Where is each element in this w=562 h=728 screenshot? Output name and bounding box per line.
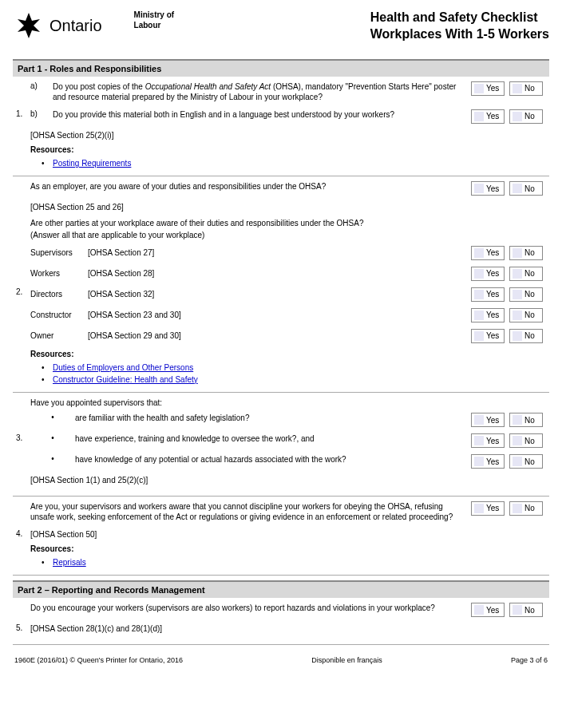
q3-1-no-checkbox[interactable]: No	[509, 413, 543, 427]
ontario-logo: Ontario	[13, 10, 102, 42]
q1b-yes-checkbox[interactable]: Yes	[471, 109, 505, 124]
footer-page-number: Page 3 of 6	[511, 656, 548, 664]
q4-yes-checkbox[interactable]: Yes	[471, 501, 505, 516]
workers-yes-checkbox[interactable]: Yes	[471, 267, 505, 281]
q1-number: 1.	[13, 109, 30, 118]
q2-resources-label: Resources:	[30, 350, 543, 358]
question-4: Are you, your supervisors and workers aw…	[13, 497, 549, 576]
q5-number: 5.	[13, 623, 30, 632]
role-supervisors: Supervisors	[30, 248, 88, 257]
q1-resources-label: Resources:	[30, 145, 543, 154]
directors-no-checkbox[interactable]: No	[509, 287, 543, 302]
q1b-letter: b)	[30, 109, 53, 118]
posting-requirements-link[interactable]: Posting Requirements	[53, 159, 131, 168]
q5-ref: [OHSA Section 28(1)(c) and 28(1)(d)]	[30, 623, 543, 635]
q3-item-3: have knowledge of any potential or actua…	[75, 454, 471, 465]
supervisors-yes-checkbox[interactable]: Yes	[471, 246, 505, 260]
ministry-name: Ministry of Labour	[134, 10, 175, 30]
question-1: a) Do you post copies of the Occupationa…	[13, 77, 549, 177]
page-header: Ontario Ministry of Labour Health and Sa…	[13, 10, 549, 43]
q1-ref: [OHSA Section 25(2)(i)]	[30, 130, 543, 141]
q3-1-yes-checkbox[interactable]: Yes	[471, 413, 505, 427]
constructor-guideline-link[interactable]: Constructor Guideline: Health and Safety	[53, 375, 198, 384]
part2-heading: Part 2 – Reporting and Records Managemen…	[13, 580, 549, 598]
q2-other-intro1: Are other parties at your workplace awar…	[30, 218, 543, 229]
workers-no-checkbox[interactable]: No	[509, 267, 543, 281]
question-3: Have you appointed supervisors that: • a…	[13, 393, 549, 497]
question-5: Do you encourage your workers (superviso…	[13, 598, 549, 645]
q3-2-yes-checkbox[interactable]: Yes	[471, 433, 505, 448]
q2-number: 2.	[13, 287, 30, 296]
role-constructor: Constructor	[30, 311, 88, 319]
q4-text: Are you, your supervisors and workers aw…	[30, 501, 471, 523]
q3-3-yes-checkbox[interactable]: Yes	[471, 454, 505, 469]
owner-yes-checkbox[interactable]: Yes	[471, 329, 505, 343]
q1a-letter: a)	[30, 81, 53, 90]
q3-number: 3.	[13, 433, 30, 442]
duties-link[interactable]: Duties of Employers and Other Persons	[53, 363, 193, 372]
q3-intro: Have you appointed supervisors that:	[30, 398, 543, 409]
q3-item-2: have experience, training and knowledge …	[75, 433, 471, 445]
question-2: As an employer, are you aware of your du…	[13, 176, 549, 393]
document-title: Health and Safety Checklist Workplaces W…	[370, 10, 549, 43]
owner-no-checkbox[interactable]: No	[509, 329, 543, 343]
footer-form-id: 1960E (2016/01) © Queen's Printer for On…	[14, 656, 183, 664]
footer-language: Disponible en français	[311, 656, 382, 664]
q5-yes-checkbox[interactable]: Yes	[471, 603, 505, 617]
q3-3-no-checkbox[interactable]: No	[509, 454, 543, 469]
directors-yes-checkbox[interactable]: Yes	[471, 287, 505, 302]
q2-intro-yes-checkbox[interactable]: Yes	[471, 181, 505, 196]
q1b-text: Do you provide this material both in Eng…	[53, 109, 471, 121]
q3-2-no-checkbox[interactable]: No	[509, 433, 543, 448]
reprisals-link[interactable]: Reprisals	[53, 558, 86, 567]
q4-number: 4.	[13, 529, 30, 538]
q2-intro-no-checkbox[interactable]: No	[509, 181, 543, 196]
q1a-text: Do you post copies of the Occupational H…	[53, 81, 471, 103]
q1a-no-checkbox[interactable]: No	[509, 81, 543, 96]
q4-no-checkbox[interactable]: No	[509, 501, 543, 516]
role-workers: Workers	[30, 269, 88, 278]
supervisors-no-checkbox[interactable]: No	[509, 246, 543, 260]
q1a-yes-checkbox[interactable]: Yes	[471, 81, 505, 96]
constructor-yes-checkbox[interactable]: Yes	[471, 308, 505, 322]
q2-ref1: [OHSA Section 25 and 26]	[30, 202, 543, 213]
role-directors: Directors	[30, 290, 88, 299]
q3-item-1: are familiar with the health and safety …	[75, 413, 471, 424]
q2-other-intro2: (Answer all that are applicable to your …	[30, 230, 543, 241]
q2-intro: As an employer, are you aware of your du…	[30, 181, 471, 192]
q4-ref: [OHSA Section 50]	[30, 529, 543, 540]
q4-resources-label: Resources:	[30, 544, 543, 553]
q3-ref: [OHSA Section 1(1) and 25(2)(c)]	[30, 475, 543, 486]
q5-no-checkbox[interactable]: No	[509, 603, 543, 617]
part1-heading: Part 1 - Roles and Responsibilities	[13, 59, 549, 77]
constructor-no-checkbox[interactable]: No	[509, 308, 543, 322]
q1b-no-checkbox[interactable]: No	[509, 109, 543, 124]
page-footer: 1960E (2016/01) © Queen's Printer for On…	[13, 656, 549, 664]
q5-text: Do you encourage your workers (superviso…	[30, 603, 471, 614]
ontario-wordmark: Ontario	[49, 17, 102, 35]
trillium-icon	[13, 10, 45, 42]
role-owner: Owner	[30, 331, 88, 340]
